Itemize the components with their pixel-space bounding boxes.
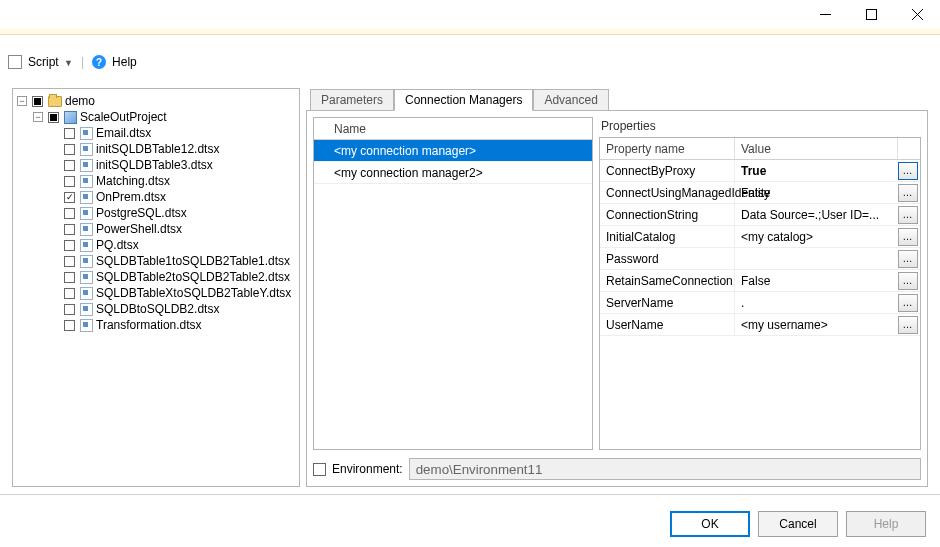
property-value[interactable]: <my catalog> xyxy=(735,226,898,247)
expander-blank xyxy=(49,208,59,218)
checkbox-mixed[interactable] xyxy=(32,96,43,107)
tree-package-label: Transformation.dtsx xyxy=(96,317,202,333)
tab-advanced[interactable]: Advanced xyxy=(533,89,608,110)
tab-parameters[interactable]: Parameters xyxy=(310,89,394,110)
ellipsis-button[interactable]: … xyxy=(898,206,918,224)
property-row[interactable]: ConnectionStringData Source=.;User ID=..… xyxy=(600,204,920,226)
tree-package[interactable]: PostgreSQL.dtsx xyxy=(49,205,297,221)
property-name: ConnectionString xyxy=(600,204,735,225)
property-row[interactable]: ConnectUsingManagedIdentityFalse… xyxy=(600,182,920,204)
property-row[interactable]: UserName<my username>… xyxy=(600,314,920,336)
script-dropdown[interactable]: Script ▼ xyxy=(28,55,73,69)
property-row[interactable]: Password… xyxy=(600,248,920,270)
checkbox[interactable] xyxy=(64,208,75,219)
property-value[interactable] xyxy=(735,248,898,269)
maximize-button[interactable] xyxy=(848,0,894,28)
property-row[interactable]: InitialCatalog<my catalog>… xyxy=(600,226,920,248)
tree-package-label: initSQLDBTable3.dtsx xyxy=(96,157,213,173)
property-name: Password xyxy=(600,248,735,269)
checkbox[interactable] xyxy=(64,240,75,251)
tree-package[interactable]: SQLDBTable2toSQLDB2Table2.dtsx xyxy=(49,269,297,285)
property-value[interactable]: Data Source=.;User ID=... xyxy=(735,204,898,225)
ellipsis-button[interactable]: … xyxy=(898,228,918,246)
tree-package[interactable]: Matching.dtsx xyxy=(49,173,297,189)
checkbox[interactable] xyxy=(64,288,75,299)
cm-item[interactable]: <my connection manager> xyxy=(314,140,592,162)
folder-icon xyxy=(48,96,62,107)
property-name: UserName xyxy=(600,314,735,335)
property-row[interactable]: RetainSameConnectionFalse… xyxy=(600,270,920,292)
chevron-down-icon: ▼ xyxy=(64,58,73,68)
tree-package[interactable]: PQ.dtsx xyxy=(49,237,297,253)
property-row[interactable]: ConnectByProxyTrue… xyxy=(600,160,920,182)
cancel-button[interactable]: Cancel xyxy=(758,511,838,537)
environment-checkbox[interactable] xyxy=(313,463,326,476)
tree-package-label: Matching.dtsx xyxy=(96,173,170,189)
checkbox[interactable] xyxy=(64,224,75,235)
tab-connection-managers[interactable]: Connection Managers xyxy=(394,89,533,111)
properties-title: Properties xyxy=(599,117,921,137)
tree-package[interactable]: Transformation.dtsx xyxy=(49,317,297,333)
tree-package-label: SQLDBtoSQLDB2.dtsx xyxy=(96,301,219,317)
checkbox[interactable] xyxy=(64,144,75,155)
tree-package-label: SQLDBTableXtoSQLDB2TableY.dtsx xyxy=(96,285,291,301)
checkbox[interactable] xyxy=(64,320,75,331)
tree-package-label: initSQLDBTable12.dtsx xyxy=(96,141,219,157)
property-row[interactable]: ServerName.… xyxy=(600,292,920,314)
ellipsis-button[interactable]: … xyxy=(898,272,918,290)
tree-root[interactable]: − demo xyxy=(17,93,297,109)
cm-list-header[interactable]: Name xyxy=(314,118,592,140)
property-value[interactable]: True xyxy=(735,160,898,181)
package-icon xyxy=(80,223,93,236)
connection-managers-list: Name <my connection manager><my connecti… xyxy=(313,117,593,450)
ok-button[interactable]: OK xyxy=(670,511,750,537)
close-button[interactable] xyxy=(894,0,940,28)
minimize-button[interactable] xyxy=(802,0,848,28)
property-value[interactable]: . xyxy=(735,292,898,313)
tree-package[interactable]: SQLDBTableXtoSQLDB2TableY.dtsx xyxy=(49,285,297,301)
tree-project[interactable]: − ScaleOutProject xyxy=(33,109,297,125)
tree-package-label: SQLDBTable2toSQLDB2Table2.dtsx xyxy=(96,269,290,285)
package-icon xyxy=(80,319,93,332)
tree-root-label: demo xyxy=(65,93,95,109)
property-value[interactable]: <my username> xyxy=(735,314,898,335)
ellipsis-button[interactable]: … xyxy=(898,316,918,334)
cm-item[interactable]: <my connection manager2> xyxy=(314,162,592,184)
tree-package[interactable]: Email.dtsx xyxy=(49,125,297,141)
tree-package[interactable]: SQLDBTable1toSQLDB2Table1.dtsx xyxy=(49,253,297,269)
tree-package[interactable]: initSQLDBTable12.dtsx xyxy=(49,141,297,157)
checkbox[interactable] xyxy=(64,256,75,267)
expander-blank xyxy=(49,320,59,330)
checkbox[interactable] xyxy=(64,304,75,315)
property-value[interactable]: False xyxy=(735,270,898,291)
prop-col-value[interactable]: Value xyxy=(735,138,898,159)
toolbar-separator: | xyxy=(81,55,84,69)
tree-package[interactable]: SQLDBtoSQLDB2.dtsx xyxy=(49,301,297,317)
checkbox[interactable] xyxy=(64,272,75,283)
property-value[interactable]: False xyxy=(735,182,898,203)
package-icon xyxy=(80,175,93,188)
collapse-icon[interactable]: − xyxy=(17,96,27,106)
prop-col-btn xyxy=(898,138,920,159)
help-button[interactable]: Help xyxy=(846,511,926,537)
collapse-icon[interactable]: − xyxy=(33,112,43,122)
ellipsis-button[interactable]: … xyxy=(898,184,918,202)
ellipsis-button[interactable]: … xyxy=(898,250,918,268)
environment-dropdown[interactable] xyxy=(409,458,921,480)
package-icon xyxy=(80,255,93,268)
environment-label: Environment: xyxy=(332,462,403,476)
checkbox[interactable] xyxy=(64,176,75,187)
ellipsis-button[interactable]: … xyxy=(898,294,918,312)
prop-col-name[interactable]: Property name xyxy=(600,138,735,159)
help-link[interactable]: Help xyxy=(112,55,137,69)
checkbox[interactable] xyxy=(64,160,75,171)
checkbox-mixed[interactable] xyxy=(48,112,59,123)
tree-package[interactable]: PowerShell.dtsx xyxy=(49,221,297,237)
tree-package[interactable]: initSQLDBTable3.dtsx xyxy=(49,157,297,173)
tree-package[interactable]: OnPrem.dtsx xyxy=(49,189,297,205)
checkbox[interactable] xyxy=(64,192,75,203)
ribbon-bar xyxy=(0,28,940,35)
checkbox[interactable] xyxy=(64,128,75,139)
package-icon xyxy=(80,287,93,300)
ellipsis-button[interactable]: … xyxy=(898,162,918,180)
